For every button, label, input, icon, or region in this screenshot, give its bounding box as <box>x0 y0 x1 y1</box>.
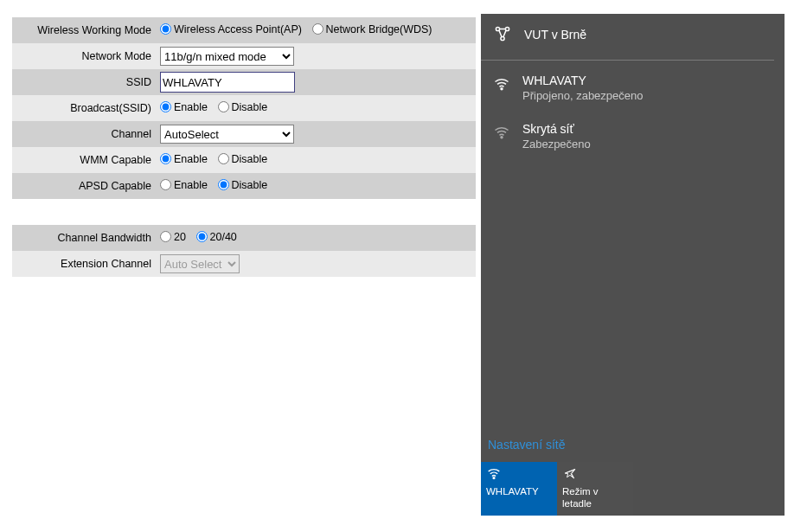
network-item-connected[interactable]: WHLAVATY Připojeno, zabezpečeno <box>481 67 785 116</box>
network-flyout: VUT v Brně WHLAVATY Připojeno, zabezpeče… <box>481 14 785 516</box>
radio-broadcast-disable[interactable] <box>218 101 229 112</box>
svg-point-2 <box>501 36 504 40</box>
radio-option-apsd-enable[interactable]: Enable <box>160 179 208 191</box>
label-wmm: WMM Capable <box>12 147 157 173</box>
network-flyout-header[interactable]: VUT v Brně <box>481 14 774 61</box>
radio-wds[interactable] <box>312 23 323 35</box>
network-status: Připojeno, zabezpečeno <box>522 88 644 104</box>
network-item-hidden[interactable]: Skrytá síť Zabezpečeno <box>481 116 785 164</box>
quick-action-tiles: WHLAVATY Režim vletadle <box>481 462 633 516</box>
wifi-icon <box>493 124 510 144</box>
router-config-panel: Wireless Working Mode Wireless Access Po… <box>12 17 476 277</box>
radio-apsd-disable[interactable] <box>218 179 229 190</box>
wifi-icon <box>486 467 502 482</box>
radio-wmm-disable-label: Disable <box>232 153 268 165</box>
tile-airplane-label: Režim vletadle <box>562 485 628 510</box>
network-settings-link[interactable]: Nastavení sítě <box>488 438 566 452</box>
radio-option-wmm-disable[interactable]: Disable <box>218 153 268 165</box>
radio-broadcast-enable[interactable] <box>160 101 171 112</box>
radio-apsd-enable-label: Enable <box>174 179 208 191</box>
svg-point-5 <box>493 478 495 479</box>
radio-option-apsd-disable[interactable]: Disable <box>218 179 268 191</box>
label-ssid: SSID <box>12 69 157 95</box>
label-channel-bandwidth: Channel Bandwidth <box>12 225 157 251</box>
radio-option-broadcast-enable[interactable]: Enable <box>160 101 208 113</box>
network-status: Zabezpečeno <box>522 137 591 152</box>
radio-option-ap[interactable]: Wireless Access Point(AP) <box>160 23 302 35</box>
radio-wds-label: Network Bridge(WDS) <box>326 23 432 35</box>
network-name: Skrytá síť <box>522 121 591 137</box>
tile-wifi-label: WHLAVATY <box>486 485 552 497</box>
label-channel: Channel <box>12 121 157 147</box>
radio-broadcast-disable-label: Disable <box>232 101 268 113</box>
radio-option-wds[interactable]: Network Bridge(WDS) <box>312 23 432 35</box>
radio-cbw-2040-label: 20/40 <box>210 231 237 243</box>
label-apsd: APSD Capable <box>12 173 157 199</box>
select-channel[interactable]: AutoSelect <box>160 125 294 144</box>
svg-point-3 <box>501 88 503 90</box>
radio-wmm-disable[interactable] <box>218 153 229 164</box>
radio-cbw-2040[interactable] <box>196 231 208 242</box>
tile-airplane-mode[interactable]: Režim vletadle <box>557 462 633 516</box>
airplane-icon <box>562 467 578 482</box>
vpn-icon <box>493 24 512 46</box>
select-network-mode[interactable]: 11b/g/n mixed mode <box>160 47 294 66</box>
label-extension-channel: Extension Channel <box>12 251 157 277</box>
select-extension-channel: Auto Select <box>160 254 240 273</box>
radio-option-cbw-20[interactable]: 20 <box>160 231 186 243</box>
radio-cbw-20-label: 20 <box>174 231 186 243</box>
label-wireless-working-mode: Wireless Working Mode <box>12 17 157 43</box>
radio-wmm-enable[interactable] <box>160 153 171 164</box>
radio-broadcast-enable-label: Enable <box>174 101 208 113</box>
label-network-mode: Network Mode <box>12 43 157 69</box>
radio-cbw-20[interactable] <box>160 231 171 242</box>
radio-ap[interactable] <box>160 23 171 35</box>
radio-apsd-disable-label: Disable <box>232 179 268 191</box>
wifi-icon <box>493 75 510 95</box>
section-spacer <box>12 199 476 225</box>
network-name: WHLAVATY <box>522 73 644 88</box>
svg-point-4 <box>501 137 503 138</box>
radio-option-wmm-enable[interactable]: Enable <box>160 153 208 165</box>
label-broadcast-ssid: Broadcast(SSID) <box>12 95 157 121</box>
vpn-name: VUT v Brně <box>524 28 586 42</box>
input-ssid[interactable] <box>160 72 295 93</box>
radio-apsd-enable[interactable] <box>160 179 171 190</box>
radio-option-cbw-2040[interactable]: 20/40 <box>196 231 237 243</box>
radio-wmm-enable-label: Enable <box>174 153 208 165</box>
tile-wifi[interactable]: WHLAVATY <box>481 462 557 516</box>
radio-ap-label: Wireless Access Point(AP) <box>174 23 302 35</box>
radio-option-broadcast-disable[interactable]: Disable <box>218 101 268 113</box>
